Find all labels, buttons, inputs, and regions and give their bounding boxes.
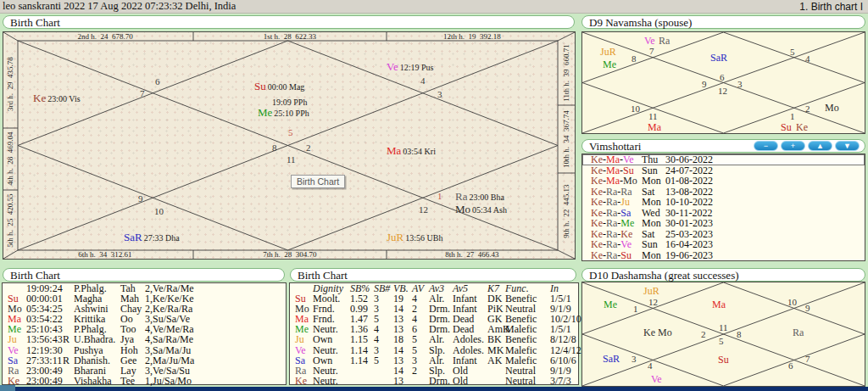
- retrograde-flag: [63, 314, 74, 324]
- sign-number: 3: [737, 79, 743, 89]
- up-level-button[interactable]: ▲: [808, 141, 832, 151]
- dignity-row: Ke Neutr. 13 Drm. Old Neutral 3/7/3: [290, 376, 578, 386]
- zoom-out-button[interactable]: −: [754, 141, 778, 151]
- retrograde-flag: [63, 304, 74, 314]
- planet-code: Sa: [295, 355, 313, 366]
- panel-title: Birth Chart: [298, 270, 348, 281]
- sign-number: 6: [155, 76, 160, 87]
- dasha-weekday: Mon: [642, 250, 665, 261]
- planet-label-rahu: Ra: [793, 327, 804, 339]
- planet-degrees: 23:00:49: [26, 376, 63, 386]
- sign-number: 10: [631, 103, 640, 114]
- sign-number: 3: [632, 354, 637, 364]
- sign-number: 4: [648, 360, 653, 371]
- sign-number: 5: [719, 336, 724, 346]
- planet-label-moon: Mo05:34 Ash: [455, 201, 507, 216]
- down-level-button[interactable]: ▼: [835, 141, 860, 151]
- sign-number: 11: [648, 111, 658, 121]
- sign-number: 8: [272, 142, 277, 153]
- planet-degrees: 13:56:43: [26, 334, 63, 344]
- pada-lords: 3,Sa/Ma/Ju: [145, 345, 191, 355]
- panel-header-d9[interactable]: D9 Navamsha (spouse): [581, 15, 865, 29]
- sign-number-lagna: 5: [288, 127, 293, 137]
- sign-number: 8: [737, 329, 742, 339]
- planet-label-sun: Su: [718, 354, 729, 366]
- sign-number: 9: [702, 79, 707, 89]
- zoom-in-button[interactable]: +: [781, 141, 805, 151]
- sign-number: 12: [419, 204, 428, 215]
- edge-label-8th-house: 8th h. 27 466.43: [387, 250, 557, 259]
- chart-info-text: leo sanskranti 2022 17 Aug 2022 07:23:32…: [0, 0, 236, 13]
- dignity-row: Sa Own 1.14 5 13 3 Alr. Infant AK Malefi…: [290, 355, 578, 366]
- edge-label-1st-house: 1st h. 28 622.33: [205, 32, 375, 41]
- planet-label-saturn-retro: SaR27:33 Dha: [124, 229, 180, 244]
- planet-label-jupiter-retro: JuR13:56 UBh: [387, 229, 442, 244]
- view-label: 1. Birth chart I: [799, 1, 868, 13]
- dasha-date: 01-08-2022: [665, 176, 865, 187]
- retrograde-flag: R: [63, 355, 74, 366]
- planet-code: Ve: [8, 345, 26, 355]
- sign-number: 9: [805, 303, 810, 313]
- positions-table: 19:09:24 P.Phalg. Tah 2,Ve/Ra/Me Su 00:0…: [2, 282, 287, 385]
- planet-label-sun: Su: [781, 121, 792, 134]
- sign-number: 11: [287, 154, 296, 165]
- retrograde-flag: R: [63, 334, 74, 344]
- planet-label-jupiter-retro: JuR: [643, 285, 659, 298]
- planet-label-moon: Mo: [825, 102, 839, 115]
- planet-label-jupiter-retro: JuR: [600, 46, 616, 59]
- planet-degrees: 12:19:30: [26, 345, 63, 355]
- panel-header-birth-chart[interactable]: Birth Chart: [3, 15, 575, 29]
- pada-lords: 4,Sa/Ra/Me: [145, 334, 193, 344]
- sign-number: 4: [805, 53, 810, 64]
- nakshatra: Vishakha: [74, 376, 120, 386]
- chart-tooltip: Birth Chart: [291, 175, 345, 188]
- panel-title: Birth Chart: [10, 270, 60, 281]
- dasha-row[interactable]: Ke-Ra-Su Mon 19-06-2023: [582, 250, 865, 261]
- panel-header-vimshottari[interactable]: Vimshottari − + ▲ ▼: [581, 139, 865, 153]
- sign-number: 9: [138, 193, 143, 204]
- retrograde-flag: [63, 283, 74, 293]
- sign-number: 7: [140, 88, 145, 98]
- panel-header-dignity[interactable]: Birth Chart: [290, 268, 576, 282]
- planet-label-mercury: Me: [603, 59, 616, 71]
- dignity-row: Ve Neutr. 1.14 3 14 5 Slp. Adoles. MK Ma…: [290, 345, 578, 355]
- sign-number: 1: [633, 304, 638, 314]
- position-row: Sa 27:33:11 R Dhanish. Gee 2,Ma/Ju/Ma: [3, 355, 286, 366]
- panel-header-positions[interactable]: Birth Chart: [3, 268, 285, 282]
- planet-label-ketu-moon: Ke Mo: [643, 327, 672, 339]
- planet-code: Ve: [295, 345, 313, 355]
- edge-label-2nd-house: 2nd h. 24 678.70: [20, 32, 190, 41]
- bottom-window-border: [15, 387, 868, 391]
- panel-header-d10[interactable]: D10 Dashamsha (great successes): [581, 268, 865, 282]
- syllable: Gee: [120, 355, 145, 366]
- panel-title: D10 Dashamsha (great successes): [589, 270, 739, 281]
- sign-number: 2: [701, 329, 706, 339]
- position-row: Ve 12:19:30 Pushya Hoh 3,Sa/Ma/Ju: [3, 345, 286, 355]
- birth-chart-canvas[interactable]: 2nd h. 24 678.70 1st h. 28 622.33 12th h…: [3, 31, 576, 260]
- chart-lines: [582, 32, 865, 133]
- sign-number: 6: [720, 72, 725, 82]
- planet-label-mercury: Me: [604, 299, 617, 311]
- d9-chart-canvas[interactable]: 7 8 5 4 6 9 3 12 10 11 2 1 Ve Ra JuR Me …: [581, 31, 865, 134]
- planet-label-ketu: Ke23:00 Vis: [33, 90, 81, 105]
- edge-label-7th-house: 7th h. 28 304.70: [205, 250, 375, 259]
- sign-number: 11: [719, 322, 728, 332]
- sign-number: 10: [154, 206, 164, 216]
- dasha-weekday: Thu: [642, 154, 665, 165]
- syllable: Tee: [120, 376, 145, 386]
- dasha-weekday: Mon: [642, 176, 665, 187]
- planet-label-mars: Ma: [648, 121, 661, 134]
- nakshatra: Dhanish.: [74, 355, 120, 366]
- sign-number: 8: [632, 53, 637, 64]
- d10-chart-canvas[interactable]: 12 1 10 9 11 2 8 5 3 4 7 6 JuR Me Ma Ke …: [581, 282, 865, 387]
- planet-label-rahu: Ra: [659, 35, 670, 47]
- nakshatra: U.Bhadra.: [74, 334, 120, 344]
- retrograde-flag: [63, 293, 74, 304]
- edge-label-5th-house: 5th h. 25 420.55: [6, 174, 14, 267]
- sign-number-lagna: 1: [437, 191, 442, 201]
- planet-label-mars: Ma03:54 Kri: [387, 142, 436, 158]
- planet-code: Ju: [295, 334, 313, 344]
- planet-label-mercury: Me25:10 PPh: [258, 104, 309, 120]
- position-row: Ju 13:56:43 R U.Bhadra. Jya 4,Sa/Ra/Me: [3, 334, 286, 344]
- dasha-date: 19-06-2023: [665, 250, 865, 261]
